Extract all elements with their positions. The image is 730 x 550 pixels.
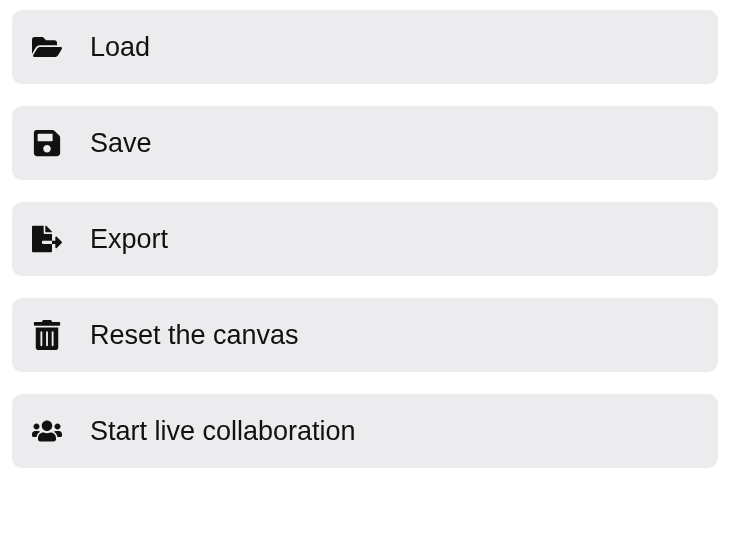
menu-item-label: Export bbox=[90, 224, 168, 255]
folder-open-icon bbox=[30, 30, 64, 64]
start-live-collaboration-button[interactable]: Start live collaboration bbox=[12, 394, 718, 468]
menu-item-label: Start live collaboration bbox=[90, 416, 356, 447]
menu-item-label: Save bbox=[90, 128, 152, 159]
save-button[interactable]: Save bbox=[12, 106, 718, 180]
export-button[interactable]: Export bbox=[12, 202, 718, 276]
menu-list: Load Save Export Reset the canvas Start … bbox=[12, 10, 718, 468]
menu-item-label: Reset the canvas bbox=[90, 320, 299, 351]
users-icon bbox=[30, 414, 64, 448]
export-icon bbox=[30, 222, 64, 256]
load-button[interactable]: Load bbox=[12, 10, 718, 84]
reset-canvas-button[interactable]: Reset the canvas bbox=[12, 298, 718, 372]
menu-item-label: Load bbox=[90, 32, 150, 63]
save-icon bbox=[30, 126, 64, 160]
trash-icon bbox=[30, 318, 64, 352]
